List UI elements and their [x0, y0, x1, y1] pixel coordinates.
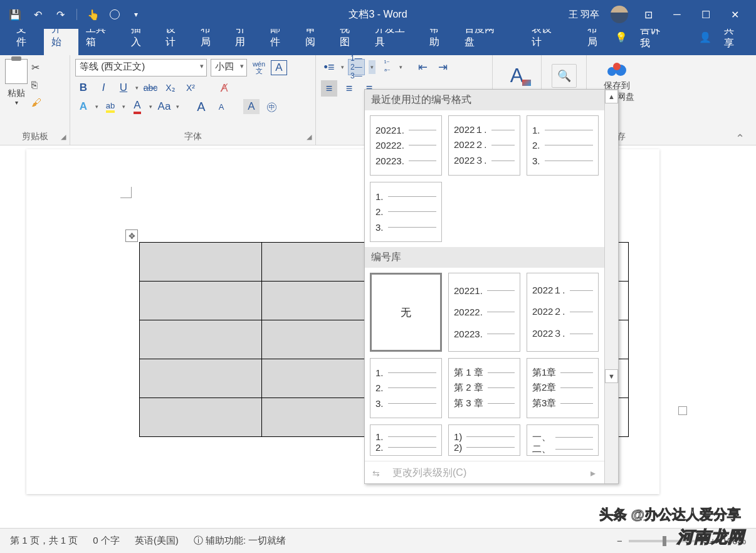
align-center-icon[interactable]: ≡	[341, 80, 357, 97]
num-format-item[interactable]: 1.2.3.	[527, 115, 599, 176]
num-format-item[interactable]: 20221.20222.20223.	[370, 115, 442, 176]
multilevel-icon[interactable]: ¹⁻ᵃ⁻	[379, 59, 396, 75]
paste-button[interactable]: 粘贴 ▾	[5, 59, 28, 106]
clipboard-dialog-icon[interactable]: ◢	[61, 133, 66, 141]
minimize-icon[interactable]: ─	[668, 9, 686, 20]
num-format-item[interactable]: 一、二、	[527, 424, 599, 456]
group-font: 等线 (西文正文) 小四 wén文 A B I U ▾ abc X₂ X² A̸…	[70, 55, 316, 145]
scroll-down-icon[interactable]: ▼	[605, 369, 618, 383]
bold-button[interactable]: B	[75, 80, 92, 95]
change-list-level-menu: ⇆更改列表级别(C)▸	[365, 461, 604, 483]
num-library-header: 编号库	[365, 247, 604, 268]
corner-mark	[120, 187, 132, 198]
scroll-up-icon[interactable]: ▲	[605, 90, 618, 103]
zoom-out-icon[interactable]: −	[617, 535, 622, 546]
redo-icon[interactable]: ↷	[54, 8, 66, 21]
enclose-char-icon[interactable]: ㊥	[263, 99, 280, 114]
share-icon: 👤	[699, 31, 711, 43]
underline-button[interactable]: U	[115, 80, 132, 95]
font-group-label: 字体	[70, 131, 315, 142]
change-case-button[interactable]: Aa	[156, 99, 172, 114]
table-resize-handle[interactable]	[678, 406, 687, 415]
bulb-icon: 💡	[615, 31, 627, 43]
clipboard-icon	[5, 59, 28, 84]
font-dialog-icon[interactable]: ◢	[307, 133, 312, 141]
superscript-button[interactable]: X²	[182, 80, 199, 95]
format-painter-icon[interactable]: 🖌	[31, 97, 41, 108]
document-title: 文档3 - Word	[349, 8, 407, 21]
num-format-item[interactable]: 20221.20222.20223.	[448, 273, 520, 352]
search-icon[interactable]: 🔍	[552, 64, 577, 88]
highlight-icon[interactable]: ab	[102, 99, 118, 114]
table-move-handle[interactable]: ✥	[125, 229, 138, 242]
styles-icon[interactable]: A	[507, 64, 527, 87]
num-format-item[interactable]: 2022１.2022２.2022３.	[448, 115, 520, 176]
subscript-button[interactable]: X₂	[162, 80, 179, 95]
touch-mode-icon[interactable]: 👆	[87, 8, 100, 21]
char-shading-icon[interactable]: A	[243, 99, 260, 114]
ribbon-tabs: 文件 开始 工具箱 插入 设计 布局 引用 邮件 审阅 视图 开发工具 帮助 百…	[0, 29, 756, 55]
num-format-item[interactable]: 1.2.	[370, 424, 442, 456]
customize-qat-icon[interactable]: ▾	[130, 8, 142, 21]
shrink-font-button[interactable]: A	[213, 99, 229, 114]
separator	[76, 9, 77, 20]
num-format-item[interactable]: 1.2.3.	[370, 358, 442, 418]
accessibility-status[interactable]: ⓘ 辅助功能: 一切就绪	[194, 535, 286, 547]
num-format-item[interactable]: 1.2.3.	[370, 182, 442, 242]
group-clipboard: 粘贴 ▾ ✂ ⎘ 🖌 剪贴板 ◢	[0, 55, 70, 145]
paste-label: 粘贴	[8, 88, 25, 99]
titlebar: 💾 ↶ ↷ 👆 ▾ 文档3 - Word 王 羽卒 ⊡ ─ ☐ ✕	[0, 0, 756, 29]
cut-icon[interactable]: ✂	[31, 61, 41, 73]
clipboard-group-label: 剪贴板	[0, 131, 70, 142]
save-icon[interactable]: 💾	[9, 8, 21, 21]
avatar[interactable]	[611, 6, 628, 23]
dec-indent-icon[interactable]: ⇤	[415, 59, 431, 75]
undo-icon[interactable]: ↶	[31, 8, 44, 21]
grow-font-button[interactable]: A	[193, 99, 209, 114]
font-color-icon[interactable]: A	[129, 99, 145, 114]
phonetic-icon[interactable]: wén文	[251, 60, 267, 75]
numbering-icon[interactable]: 1—2—3—	[348, 59, 365, 75]
circle-icon[interactable]	[110, 9, 120, 19]
maximize-icon[interactable]: ☐	[697, 9, 715, 21]
num-format-item[interactable]: 1)2)	[448, 424, 520, 456]
num-format-item[interactable]: 第1章第2章第3章	[527, 358, 599, 418]
svg-point-2	[613, 63, 621, 70]
bullets-icon[interactable]: •≡	[321, 59, 337, 75]
char-border-icon[interactable]: A	[271, 60, 287, 75]
collapse-ribbon-icon[interactable]: ⌃	[735, 132, 745, 145]
close-icon[interactable]: ✕	[726, 9, 743, 21]
statusbar: 第 1 页，共 1 页 0 个字 英语(美国) ⓘ 辅助功能: 一切就绪 − +…	[0, 528, 756, 553]
ribbon-display-icon[interactable]: ⊡	[639, 9, 657, 21]
font-size-select[interactable]: 小四	[211, 59, 247, 76]
copy-icon[interactable]: ⎘	[31, 80, 41, 91]
recent-formats-header: 最近使用过的编号格式	[365, 90, 604, 110]
watermark-text: 头条 @办公达人爱分享	[599, 505, 741, 524]
strike-button[interactable]: abc	[142, 80, 159, 95]
page-count[interactable]: 第 1 页，共 1 页	[10, 535, 78, 547]
clear-format-icon[interactable]: A̸	[216, 80, 233, 95]
numbering-dropdown: 最近使用过的编号格式 20221.20222.20223. 2022１.2022…	[364, 89, 619, 484]
num-format-item[interactable]: 第 1 章第 2 章第 3 章	[448, 358, 520, 418]
language[interactable]: 英语(美国)	[135, 535, 179, 547]
dropdown-scrollbar[interactable]: ▲ ▼	[604, 90, 618, 483]
num-format-item[interactable]: 2022１.2022２.2022３.	[527, 273, 599, 352]
num-format-none[interactable]: 无	[370, 273, 442, 352]
indent-icon: ⇆	[372, 468, 380, 478]
font-name-select[interactable]: 等线 (西文正文)	[75, 59, 207, 76]
align-left-icon[interactable]: ≡	[321, 80, 337, 97]
word-count[interactable]: 0 个字	[93, 535, 120, 547]
accessibility-icon: ⓘ	[194, 535, 206, 545]
user-name[interactable]: 王 羽卒	[569, 9, 599, 21]
text-effects-icon[interactable]: A	[75, 99, 92, 114]
italic-button[interactable]: I	[95, 80, 112, 95]
baidu-cloud-icon	[606, 61, 628, 79]
watermark-text2: 河南龙网	[677, 526, 745, 548]
inc-indent-icon[interactable]: ⇥	[435, 59, 451, 75]
